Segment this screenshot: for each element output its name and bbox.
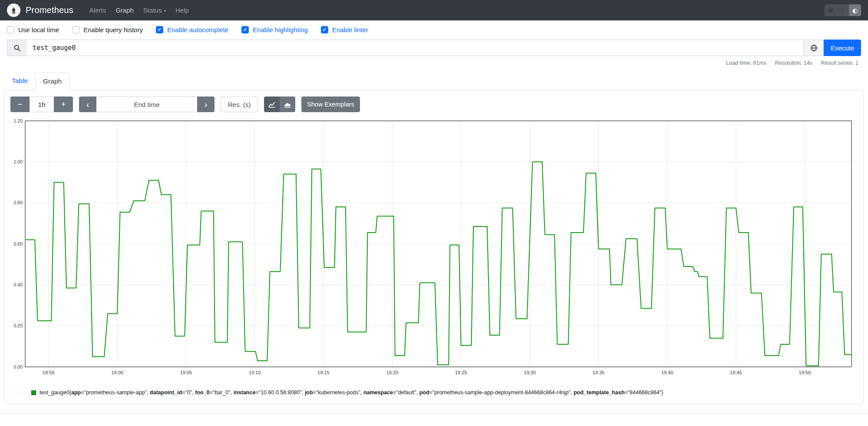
moon-icon: ☾	[840, 7, 845, 13]
time-forward-button[interactable]: ›	[197, 97, 215, 112]
legend-label: test_gauge0{app="prometheus-sample-app",…	[40, 389, 663, 396]
app-title: Prometheus	[26, 5, 73, 15]
svg-text:19:00: 19:00	[111, 370, 123, 375]
prometheus-logo-icon	[7, 3, 20, 17]
resolution-input[interactable]	[221, 97, 258, 112]
svg-text:19:45: 19:45	[730, 370, 742, 375]
stacked-chart-icon	[284, 101, 291, 108]
sun-icon	[828, 7, 834, 13]
highlighting-checkbox[interactable]: ✓ Enable highlighting	[241, 26, 308, 33]
metrics-explorer-button[interactable]	[804, 40, 824, 56]
options-row: Use local time Enable query history ✓ En…	[0, 20, 868, 39]
nav-status-label: Status	[143, 7, 162, 14]
svg-text:1.20: 1.20	[14, 118, 23, 123]
auto-theme-button[interactable]: ◐	[849, 4, 861, 16]
nav-help[interactable]: Help	[171, 3, 194, 17]
panel-tabs: Table Graph	[4, 72, 864, 90]
plus-icon: +	[61, 100, 66, 109]
bottom-divider	[0, 413, 868, 414]
range-increase-button[interactable]: +	[54, 97, 73, 112]
svg-text:19:20: 19:20	[386, 370, 399, 375]
svg-text:19:15: 19:15	[317, 370, 330, 375]
svg-text:19:35: 19:35	[593, 370, 605, 375]
light-theme-button[interactable]	[825, 4, 837, 16]
theme-toggle: ☾ ◐	[825, 4, 861, 16]
svg-text:18:55: 18:55	[43, 370, 55, 375]
execute-button[interactable]: Execute	[824, 40, 861, 56]
search-icon	[13, 44, 21, 52]
tab-table[interactable]: Table	[4, 72, 35, 90]
checkbox-checked-icon: ✓	[241, 26, 249, 33]
tab-graph[interactable]: Graph	[35, 72, 69, 90]
resolution: Resolution: 14s	[775, 60, 812, 66]
svg-text:0.60: 0.60	[14, 241, 23, 246]
line-chart-icon	[268, 101, 275, 108]
stacked-chart-button[interactable]	[280, 97, 295, 112]
use-local-time-checkbox[interactable]: Use local time	[7, 26, 59, 33]
svg-text:19:40: 19:40	[661, 370, 673, 375]
autocomplete-label: Enable autocomplete	[167, 26, 228, 33]
svg-text:19:10: 19:10	[249, 370, 261, 375]
svg-text:0.80: 0.80	[14, 200, 23, 205]
query-bar: Execute	[7, 40, 861, 56]
checkbox-icon	[72, 26, 79, 33]
chevron-down-icon: ▾	[164, 9, 166, 13]
nav-alerts[interactable]: Alerts	[85, 3, 111, 17]
dark-theme-button[interactable]: ☾	[837, 4, 849, 16]
highlighting-label: Enable highlighting	[253, 26, 308, 33]
metric-line-chart[interactable]: 0.000.200.400.600.801.001.2018:5519:0019…	[10, 118, 857, 378]
chevron-left-icon: ‹	[86, 99, 89, 110]
svg-text:0.20: 0.20	[14, 323, 23, 328]
navbar: Prometheus Alerts Graph Status ▾ Help ☾ …	[0, 0, 868, 20]
line-chart-button[interactable]	[264, 97, 280, 112]
minus-icon: −	[18, 100, 23, 109]
chart-type-toggle	[264, 97, 295, 112]
nav-status[interactable]: Status ▾	[139, 3, 171, 17]
time-back-button[interactable]: ‹	[79, 97, 96, 112]
svg-text:19:30: 19:30	[524, 370, 536, 375]
graph-panel: − + ‹ › Show Exemplars	[4, 90, 864, 405]
chevron-right-icon: ›	[205, 99, 208, 110]
range-input[interactable]	[30, 97, 54, 112]
use-local-time-label: Use local time	[18, 26, 59, 33]
half-circle-icon: ◐	[852, 7, 858, 14]
checkbox-icon	[7, 26, 14, 33]
checkbox-checked-icon: ✓	[321, 26, 328, 33]
show-exemplars-button[interactable]: Show Exemplars	[301, 97, 360, 112]
query-history-label: Enable query history	[83, 26, 143, 33]
range-control: − +	[10, 97, 73, 112]
chart-area: 0.000.200.400.600.801.001.2018:5519:0019…	[10, 118, 858, 380]
legend-item[interactable]: test_gauge0{app="prometheus-sample-app",…	[31, 389, 858, 396]
svg-text:0.00: 0.00	[14, 364, 23, 369]
autocomplete-checkbox[interactable]: ✓ Enable autocomplete	[156, 26, 228, 33]
query-history-checkbox[interactable]: Enable query history	[72, 26, 143, 33]
svg-text:0.40: 0.40	[14, 282, 23, 287]
linter-checkbox[interactable]: ✓ Enable linter	[321, 26, 368, 33]
search-addon	[7, 40, 26, 56]
result-series: Result series: 1	[821, 60, 858, 66]
range-decrease-button[interactable]: −	[10, 97, 30, 112]
linter-label: Enable linter	[332, 26, 368, 33]
series-color-swatch	[31, 390, 36, 395]
brand[interactable]: Prometheus	[7, 3, 73, 17]
svg-text:19:25: 19:25	[455, 370, 467, 375]
query-input[interactable]	[26, 40, 804, 56]
endtime-control: ‹ ›	[79, 97, 215, 112]
svg-text:19:50: 19:50	[799, 370, 811, 375]
svg-text:19:05: 19:05	[180, 370, 192, 375]
globe-icon	[810, 44, 818, 52]
load-time: Load time: 91ms	[726, 60, 766, 66]
graph-controls: − + ‹ › Show Exemplars	[10, 97, 858, 112]
checkbox-checked-icon: ✓	[156, 26, 163, 33]
nav-graph[interactable]: Graph	[111, 3, 139, 17]
svg-text:1.00: 1.00	[14, 159, 23, 164]
query-stats: Load time: 91ms Resolution: 14s Result s…	[10, 60, 858, 66]
end-time-input[interactable]	[96, 97, 197, 112]
main-nav: Alerts Graph Status ▾ Help	[85, 3, 194, 17]
